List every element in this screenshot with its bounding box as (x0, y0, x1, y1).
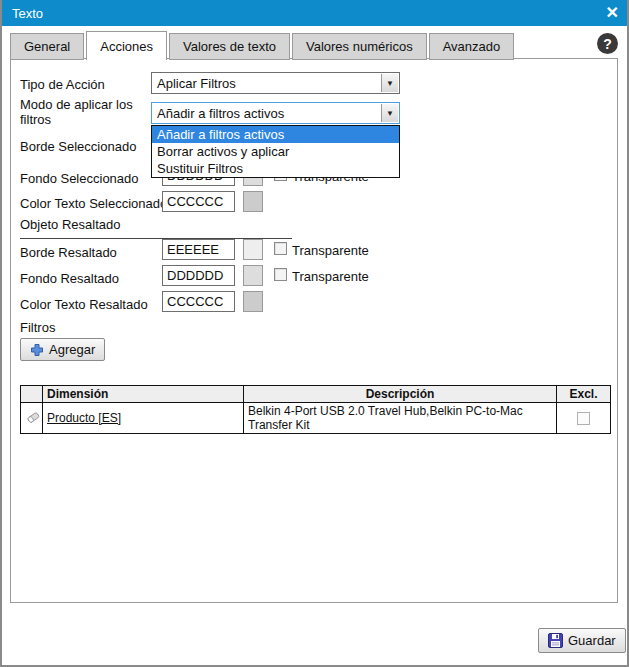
tab-bar: General Acciones Valores de texto Valore… (10, 31, 516, 60)
color-texto-resaltado-input[interactable] (162, 291, 235, 312)
dialog-title: Texto (12, 6, 43, 21)
borde-resaltado-label: Borde Resaltado (20, 245, 117, 260)
plus-icon (30, 343, 44, 357)
borde-resaltado-transparente-checkbox[interactable] (274, 242, 287, 255)
modo-aplicar-dropdown-list: Añadir a filtros activos Borrar activos … (151, 125, 400, 178)
titlebar: Texto ✕ (2, 0, 627, 26)
modo-aplicar-value: Añadir a filtros activos (157, 106, 284, 121)
excl-cell (557, 403, 611, 434)
eraser-icon[interactable] (21, 403, 43, 434)
borde-resaltado-input[interactable] (162, 239, 235, 260)
borde-resaltado-swatch[interactable] (243, 239, 263, 260)
color-texto-seleccionado-swatch[interactable] (243, 191, 263, 212)
chevron-down-icon[interactable]: ▼ (381, 104, 398, 122)
filters-table: Dimensión Descripción Excl. Producto [ES… (20, 385, 611, 434)
color-texto-seleccionado-input[interactable] (162, 191, 235, 212)
fondo-resaltado-transparente-label: Transparente (292, 269, 369, 284)
agregar-button-label: Agregar (49, 342, 95, 357)
guardar-button-label: Guardar (568, 633, 616, 648)
filtros-label: Filtros (20, 320, 55, 335)
fondo-resaltado-transparente-checkbox[interactable] (274, 268, 287, 281)
help-icon[interactable]: ? (597, 33, 618, 54)
modo-aplicar-label: Modo de aplicar los filtros (20, 97, 135, 127)
dimension-cell: Producto [ES] (43, 403, 244, 434)
tipo-accion-value: Aplicar Filtros (157, 76, 236, 91)
tab-avanzado[interactable]: Avanzado (429, 33, 515, 60)
table-header-descripcion: Descripción (244, 386, 557, 403)
descripcion-cell: Belkin 4-Port USB 2.0 Travel Hub,Belkin … (244, 403, 557, 434)
tab-valores-de-texto[interactable]: Valores de texto (169, 33, 290, 60)
color-texto-resaltado-label: Color Texto Resaltado (20, 297, 148, 312)
table-row: Producto [ES] Belkin 4-Port USB 2.0 Trav… (21, 403, 611, 434)
table-header-row: Dimensión Descripción Excl. (21, 386, 611, 403)
table-header-icon-col (21, 386, 43, 403)
agregar-button[interactable]: Agregar (20, 338, 105, 361)
guardar-button[interactable]: Guardar (538, 628, 626, 653)
chevron-down-icon[interactable]: ▼ (381, 74, 398, 92)
dropdown-option-borrar[interactable]: Borrar activos y aplicar (152, 143, 399, 160)
fondo-seleccionado-label: Fondo Seleccionado (20, 171, 139, 186)
borde-resaltado-transparente-label: Transparente (292, 243, 369, 258)
fondo-resaltado-swatch[interactable] (243, 265, 263, 286)
tab-acciones[interactable]: Acciones (86, 31, 167, 60)
tipo-accion-select[interactable]: Aplicar Filtros ▼ (151, 72, 400, 94)
objeto-resaltado-section-title: Objeto Resaltado (20, 217, 292, 239)
color-texto-resaltado-swatch[interactable] (243, 291, 263, 312)
close-icon[interactable]: ✕ (606, 3, 619, 23)
dropdown-option-sustituir[interactable]: Sustituir Filtros (152, 160, 399, 177)
dropdown-option-anadir[interactable]: Añadir a filtros activos (152, 126, 399, 143)
borde-seleccionado-label: Borde Seleccionado (20, 139, 136, 154)
tipo-accion-label: Tipo de Acción (20, 77, 105, 92)
table-header-excl: Excl. (557, 386, 611, 403)
tab-general[interactable]: General (10, 33, 84, 60)
dimension-link[interactable]: Producto [ES] (47, 411, 121, 425)
texto-dialog: Texto ✕ General Acciones Valores de text… (0, 0, 629, 667)
fondo-resaltado-label: Fondo Resaltado (20, 271, 119, 286)
color-texto-seleccionado-label: Color Texto Seleccionado (20, 196, 167, 211)
modo-aplicar-select[interactable]: Añadir a filtros activos ▼ (151, 102, 400, 124)
fondo-resaltado-input[interactable] (162, 265, 235, 286)
excl-checkbox[interactable] (577, 412, 590, 425)
save-icon (548, 633, 563, 648)
tab-valores-numericos[interactable]: Valores numéricos (292, 33, 427, 60)
table-header-dimension: Dimensión (43, 386, 244, 403)
